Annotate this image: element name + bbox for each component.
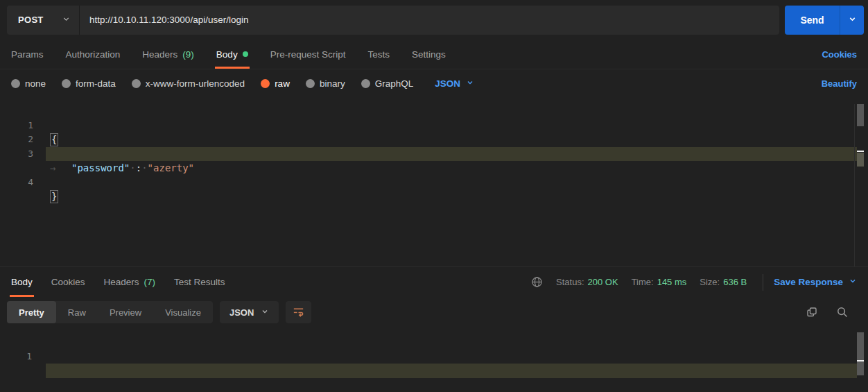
- chevron-down-icon: [848, 14, 857, 26]
- json-value-password: "azerty": [148, 162, 194, 173]
- response-toolbar: Pretty Raw Preview Visualize JSON: [0, 300, 868, 324]
- time-badge: Time: 145 ms: [632, 277, 687, 287]
- raw-language-select[interactable]: JSON: [435, 78, 474, 89]
- send-button[interactable]: Send: [785, 6, 840, 35]
- tab-settings[interactable]: Settings: [412, 40, 446, 69]
- editor-line: 3 →"password"·:·"azerty": [0, 133, 868, 147]
- tab-params[interactable]: Params: [11, 40, 44, 69]
- response-tabs: Body Cookies Headers (7) Test Results St…: [0, 267, 868, 297]
- cursor-position-marker: [857, 151, 864, 152]
- editor-overview-ruler: [854, 104, 855, 266]
- chevron-down-icon: [62, 14, 71, 26]
- request-body-editor[interactable]: 1 { 2 →"email"·:·"azerty@azerty.com", 3 …: [0, 104, 868, 266]
- tab-pre-request-script[interactable]: Pre-request Script: [270, 40, 346, 69]
- response-tab-body[interactable]: Body: [11, 267, 33, 297]
- close-brace: }: [50, 190, 58, 203]
- line-number: 4: [0, 176, 33, 190]
- tab-body[interactable]: Body: [216, 40, 248, 69]
- globe-icon[interactable]: [531, 276, 543, 288]
- method-select[interactable]: POST: [7, 6, 79, 35]
- response-tool-icons: [806, 306, 857, 318]
- size-badge: Size: 636 B: [700, 277, 747, 287]
- radio-icon: [306, 79, 315, 88]
- divider: [763, 274, 763, 291]
- tab-headers[interactable]: Headers (9): [142, 40, 194, 69]
- scrollbar-thumb[interactable]: [857, 104, 864, 126]
- response-language-select[interactable]: JSON: [220, 301, 279, 323]
- chevron-down-icon: [261, 307, 269, 318]
- body-has-content-dot: [243, 51, 248, 57]
- headers-count: (9): [182, 49, 194, 60]
- save-response-button[interactable]: Save Response: [774, 277, 857, 287]
- response-line-wrapped: eyJfaWQiOiI2MjBlY2Y2Y2FiMjEyYzA0NjE1Yjdm…: [0, 349, 868, 364]
- chevron-down-icon: [466, 78, 474, 89]
- radio-selected-icon: [261, 79, 270, 88]
- scrollbar-thumb[interactable]: [857, 332, 864, 375]
- current-line-highlight: [46, 364, 857, 378]
- response-headers-count: (7): [144, 277, 156, 287]
- view-preview[interactable]: Preview: [98, 301, 153, 323]
- request-tabs: Params Authorization Headers (9) Body Pr…: [0, 40, 868, 69]
- search-icon[interactable]: [836, 306, 849, 318]
- radio-x-www-form-urlencoded[interactable]: x-www-form-urlencoded: [132, 78, 245, 89]
- response-tab-cookies[interactable]: Cookies: [51, 267, 85, 297]
- json-key-password: "password": [71, 162, 130, 173]
- radio-binary[interactable]: binary: [306, 78, 345, 89]
- cookies-link[interactable]: Cookies: [822, 40, 857, 69]
- url-input[interactable]: http://10.10.11.120:3000/api/user/login: [79, 6, 779, 35]
- current-line-marker: [857, 153, 864, 167]
- tab-tests[interactable]: Tests: [367, 40, 390, 69]
- view-pretty[interactable]: Pretty: [7, 301, 56, 323]
- response-tab-test-results[interactable]: Test Results: [174, 267, 225, 297]
- copy-icon[interactable]: [806, 306, 818, 318]
- tab-authorization[interactable]: Authorization: [66, 40, 121, 69]
- radio-icon: [132, 79, 141, 88]
- view-raw[interactable]: Raw: [56, 301, 98, 323]
- postman-window: POST http://10.10.11.120:3000/api/user/l…: [0, 0, 868, 392]
- chevron-down-icon: [849, 277, 857, 287]
- response-line: 1 eyJhbGciOiJIUzI1NiIsInR5cCI6IkpXVCJ9.: [0, 334, 868, 349]
- response-tab-headers[interactable]: Headers (7): [104, 267, 156, 297]
- url-value: http://10.10.11.120:3000/api/user/login: [89, 15, 248, 25]
- body-type-row: none form-data x-www-form-urlencoded raw…: [0, 69, 868, 98]
- radio-icon: [62, 79, 71, 88]
- radio-none[interactable]: none: [11, 78, 46, 89]
- response-body-viewer[interactable]: 1 eyJhbGciOiJIUzI1NiIsInR5cCI6IkpXVCJ9. …: [0, 334, 868, 378]
- editor-line: 2 →"email"·:·"azerty@azerty.com",: [0, 119, 868, 133]
- response-scrollbar[interactable]: [857, 332, 864, 392]
- radio-graphql[interactable]: GraphQL: [361, 78, 414, 89]
- tab-indent-marker: →: [50, 161, 71, 176]
- radio-form-data[interactable]: form-data: [62, 78, 116, 89]
- request-url-bar: POST http://10.10.11.120:3000/api/user/l…: [0, 0, 868, 40]
- view-visualize[interactable]: Visualize: [153, 301, 213, 323]
- response-line-wrapped-current: oiM2eElnf05YPc9BSq9PiP8S8KCJh7lvhjo1x-sa…: [0, 364, 868, 378]
- cursor-position-marker: [857, 360, 864, 361]
- radio-icon: [11, 79, 20, 88]
- editor-line: 1 {: [0, 104, 868, 119]
- text-wrap-icon: [292, 305, 305, 321]
- editor-current-line: 4 }: [0, 147, 868, 162]
- wrap-text-button[interactable]: [286, 301, 311, 323]
- status-badge: Status: 200 OK: [556, 277, 618, 287]
- send-options-button[interactable]: [840, 6, 864, 35]
- method-label: POST: [18, 15, 44, 25]
- radio-raw[interactable]: raw: [261, 78, 290, 89]
- response-panel: Body Cookies Headers (7) Test Results St…: [0, 266, 868, 392]
- editor-scrollbar[interactable]: [857, 104, 864, 266]
- current-line-highlight: [46, 147, 857, 162]
- view-mode-segmented-control: Pretty Raw Preview Visualize: [7, 301, 213, 323]
- radio-icon: [361, 79, 370, 88]
- beautify-link[interactable]: Beautify: [822, 78, 857, 89]
- response-meta: Status: 200 OK Time: 145 ms Size: 636 B …: [531, 267, 857, 297]
